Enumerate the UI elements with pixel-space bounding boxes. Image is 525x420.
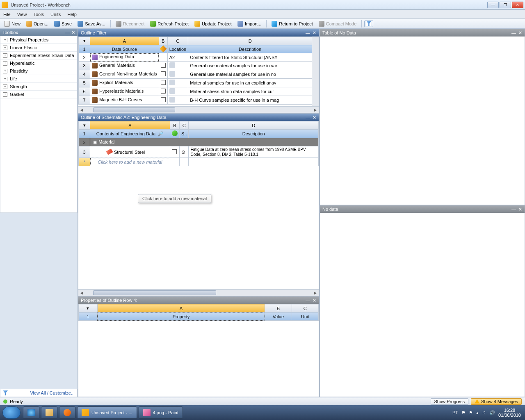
panel-minimize[interactable]: — xyxy=(306,115,310,120)
minimize-button[interactable]: — xyxy=(487,2,499,8)
reconnect-button[interactable]: Reconnect xyxy=(113,20,147,27)
toolbox-item-gasket[interactable]: +Gasket xyxy=(0,91,77,98)
add-material-row[interactable]: Click here to add a new material xyxy=(90,158,170,166)
taskbar-workbench[interactable]: Unsaved Project - ... xyxy=(77,406,137,419)
schematic-table[interactable]: ▾ A B C D 1 Contents of Engineering Data… xyxy=(78,121,319,166)
checkbox[interactable] xyxy=(161,71,166,76)
save-icon xyxy=(54,21,60,27)
link-icon[interactable] xyxy=(169,80,175,85)
toolbox-title: Toolbox xyxy=(2,30,18,35)
expand-icon: + xyxy=(3,77,7,81)
table-menu[interactable]: ▾ xyxy=(79,121,90,130)
new-button[interactable]: New xyxy=(2,20,23,27)
save-button[interactable]: Save xyxy=(52,20,74,27)
properties-header: Properties of Outline Row 4: —✕ xyxy=(78,297,319,304)
properties-table[interactable]: ▾ A B C 1 Property Value Unit xyxy=(78,304,319,321)
link-icon[interactable] xyxy=(169,71,175,77)
filter-icon xyxy=(3,390,8,395)
checkbox[interactable] xyxy=(161,89,166,94)
checkbox[interactable] xyxy=(161,80,166,85)
update-button[interactable]: Update Project xyxy=(192,20,234,27)
table-menu[interactable]: ▾ xyxy=(79,304,98,313)
toolbox-minimize[interactable]: — xyxy=(65,30,70,35)
return-button[interactable]: Return to Project xyxy=(269,20,315,27)
tray-volume-icon[interactable]: 🔊 xyxy=(489,410,495,415)
toolbox-item-physical-properties[interactable]: +Physical Properties xyxy=(0,36,77,44)
open-button[interactable]: Open... xyxy=(24,20,51,27)
panel-minimize[interactable]: — xyxy=(306,298,310,303)
link-icon[interactable] xyxy=(169,88,175,94)
tray-icon[interactable]: ⚑ xyxy=(461,410,466,415)
taskbar: Unsaved Project - ... 4.png - Paint PT ⚑… xyxy=(0,405,525,420)
table-of-no-data-panel: Table of No Data —✕ xyxy=(320,29,525,205)
menu-view[interactable]: View xyxy=(17,12,27,17)
table-menu[interactable]: ▾ xyxy=(79,37,90,45)
status-bar: Ready Show Progress Show 4 Messages xyxy=(0,397,525,405)
show-progress-button[interactable]: Show Progress xyxy=(431,398,469,405)
toolbox-item-plasticity[interactable]: +Plasticity xyxy=(0,67,77,75)
panel-close[interactable]: ✕ xyxy=(313,115,316,120)
compact-icon xyxy=(319,21,324,27)
toolbox-item-life[interactable]: +Life xyxy=(0,75,77,83)
expand-icon: + xyxy=(3,92,7,97)
book-icon xyxy=(92,71,98,77)
expand-icon: + xyxy=(3,38,7,42)
taskbar-ie[interactable] xyxy=(23,406,39,419)
close-button[interactable]: ✕ xyxy=(512,2,523,8)
import-button[interactable]: Import... xyxy=(235,20,264,27)
checkbox[interactable] xyxy=(172,149,177,154)
menu-file[interactable]: File xyxy=(3,12,11,17)
filter-toggle[interactable] xyxy=(364,21,373,27)
toolbox-close[interactable]: ✕ xyxy=(71,30,75,35)
refresh-button[interactable]: Refresh Project xyxy=(148,20,191,27)
link-icon[interactable] xyxy=(169,62,175,68)
tray-icon[interactable]: ▴ xyxy=(476,410,479,415)
menu-help[interactable]: Help xyxy=(67,12,77,17)
panel-minimize[interactable]: — xyxy=(306,30,310,35)
toolbox-footer[interactable]: View All / Customize... xyxy=(0,389,78,397)
book-icon xyxy=(92,97,98,103)
toolbox-item-experimental-stress[interactable]: +Experimental Stress Strain Data xyxy=(0,52,77,59)
scrollbar-horizontal[interactable]: ◄► xyxy=(78,289,319,296)
compact-button[interactable]: Compact Mode xyxy=(316,20,359,27)
taskbar-media[interactable] xyxy=(59,406,75,419)
book-icon xyxy=(92,89,98,94)
menu-units[interactable]: Units xyxy=(50,12,61,17)
clock[interactable]: 16:2801/06/2010 xyxy=(498,408,521,418)
toolbox-item-hyperelastic[interactable]: +Hyperelastic xyxy=(0,59,77,67)
folder-icon xyxy=(46,409,53,416)
menu-bar: File View Tools Units Help xyxy=(0,10,525,19)
saveas-button[interactable]: Save As... xyxy=(75,20,108,27)
panel-minimize[interactable]: — xyxy=(511,30,516,35)
window-title: Unsaved Project - Workbench xyxy=(11,2,487,7)
tray-icon[interactable]: ⚑ xyxy=(469,410,473,415)
checkbox[interactable] xyxy=(161,63,166,68)
outline-filter-table[interactable]: ▾ A B C D 1 Data Source Location Descrip… xyxy=(78,37,312,105)
toolbox-item-strength[interactable]: +Strength xyxy=(0,83,77,91)
menu-tools[interactable]: Tools xyxy=(33,12,44,17)
link-icon[interactable] xyxy=(169,97,175,103)
expand-icon: + xyxy=(3,61,7,66)
reconnect-icon xyxy=(116,21,121,27)
language-indicator[interactable]: PT xyxy=(452,410,458,415)
show-messages-button[interactable]: Show 4 Messages xyxy=(471,398,522,405)
maximize-button[interactable]: ❐ xyxy=(500,2,511,8)
panel-close[interactable]: ✕ xyxy=(518,30,522,35)
warning-icon xyxy=(475,399,479,404)
scrollbar-vertical[interactable] xyxy=(312,37,319,106)
panel-minimize[interactable]: — xyxy=(511,207,516,212)
toolbox-title-bar: Toolbox —✕ xyxy=(0,29,78,36)
status-text: Ready xyxy=(10,399,23,404)
panel-close[interactable]: ✕ xyxy=(313,298,316,303)
start-button[interactable] xyxy=(2,406,21,419)
panel-close[interactable]: ✕ xyxy=(313,30,316,35)
toolbox-item-linear-elastic[interactable]: +Linear Elastic xyxy=(0,44,77,52)
taskbar-paint[interactable]: 4.png - Paint xyxy=(139,406,183,419)
taskbar-explorer[interactable] xyxy=(41,406,57,419)
scrollbar-horizontal[interactable]: ◄► xyxy=(78,106,319,113)
system-tray[interactable]: PT ⚑ ⚑ ▴ ⚐ 🔊 16:2801/06/2010 xyxy=(448,408,525,418)
checkbox[interactable] xyxy=(161,97,166,102)
open-icon xyxy=(26,21,32,27)
panel-close[interactable]: ✕ xyxy=(518,207,522,212)
tray-icon[interactable]: ⚐ xyxy=(482,410,486,415)
